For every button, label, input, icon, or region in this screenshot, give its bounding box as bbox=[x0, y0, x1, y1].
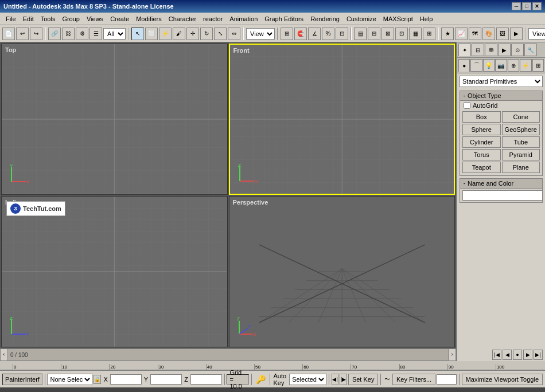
menu-group[interactable]: Group bbox=[59, 14, 83, 23]
percent-snap[interactable]: % bbox=[322, 28, 334, 40]
move-button[interactable]: ✛ bbox=[186, 28, 199, 40]
select-button[interactable]: ↖ bbox=[131, 28, 144, 40]
select-paint-button[interactable]: 🖌 bbox=[173, 28, 185, 40]
material-editor-btn[interactable]: 🎨 bbox=[482, 28, 495, 40]
cylinder-button[interactable]: Cylinder bbox=[462, 136, 501, 148]
pyramid-button[interactable]: Pyramid bbox=[502, 149, 540, 160]
plane-button[interactable]: Plane bbox=[502, 162, 540, 173]
autogrid-checkbox[interactable] bbox=[464, 102, 470, 109]
box-button[interactable]: Box bbox=[462, 111, 501, 123]
menu-create[interactable]: Create bbox=[107, 14, 133, 23]
panel-tab-display[interactable]: ⊙ bbox=[511, 44, 524, 56]
rotate-button[interactable]: ↻ bbox=[200, 28, 213, 40]
menu-character[interactable]: Character bbox=[165, 14, 200, 23]
viewport-perspective[interactable]: Perspective X Z Y bbox=[229, 196, 456, 347]
panel-subtab-spacewarps[interactable]: ⚡ bbox=[520, 59, 531, 72]
menu-customize[interactable]: Customize bbox=[343, 14, 380, 23]
named-sel-btn[interactable]: ★ bbox=[441, 28, 454, 40]
select-region-button[interactable]: ⬜ bbox=[145, 28, 158, 40]
menu-maxscript[interactable]: MAXScript bbox=[380, 14, 416, 23]
panel-tab-utilities[interactable]: 🔧 bbox=[524, 44, 537, 56]
panel-subtab-systems[interactable]: ⊞ bbox=[532, 59, 544, 72]
maximize-viewport-btn[interactable]: Maximize Viewport Toggle bbox=[462, 374, 543, 385]
link-button[interactable]: 🔗 bbox=[48, 28, 61, 40]
key-filters-button[interactable]: Key Filters... bbox=[392, 374, 435, 385]
torus-button[interactable]: Torus bbox=[462, 149, 501, 160]
time-input[interactable]: 0 bbox=[437, 374, 457, 385]
ribbon-btn4[interactable]: ▦ bbox=[409, 28, 422, 40]
prev-key-btn[interactable]: ◀| bbox=[332, 374, 339, 385]
menu-animation[interactable]: Animation bbox=[226, 14, 261, 23]
x-input[interactable] bbox=[110, 374, 142, 385]
schematic-view-btn[interactable]: 🗺 bbox=[469, 28, 481, 40]
menu-rendering[interactable]: Rendering bbox=[307, 14, 343, 23]
lock-button[interactable]: 🔒 bbox=[94, 375, 101, 384]
primitives-dropdown[interactable]: Standard Primitives bbox=[460, 76, 543, 87]
panel-subtab-geo[interactable]: ● bbox=[458, 59, 470, 72]
render-scene-btn[interactable]: 🖼 bbox=[496, 28, 509, 40]
quick-render-btn[interactable]: ▶ bbox=[510, 28, 523, 40]
layer-manager[interactable]: ▤ bbox=[354, 28, 367, 40]
geosphere-button[interactable]: GeoSphere bbox=[502, 124, 540, 135]
ribbon-btn5[interactable]: ⊞ bbox=[423, 28, 435, 40]
timeline-track[interactable]: 0 / 100 bbox=[8, 349, 448, 360]
unlink-button[interactable]: ⛓ bbox=[62, 28, 75, 40]
timeline-left-btn[interactable]: < bbox=[0, 348, 8, 361]
scale-button[interactable]: ⤡ bbox=[214, 28, 227, 40]
timeline-ctrl-btn4[interactable]: ▶ bbox=[523, 350, 532, 360]
viewport-left[interactable]: Left 3 TechTut.com Y Z bbox=[1, 196, 228, 347]
spinner-snap[interactable]: ⊡ bbox=[336, 28, 348, 40]
panel-subtab-helpers[interactable]: ⊕ bbox=[508, 59, 519, 72]
panel-subtab-shapes[interactable]: ⌒ bbox=[470, 59, 482, 72]
panel-tab-motion[interactable]: ▶ bbox=[498, 44, 511, 56]
new-button[interactable]: 📄 bbox=[2, 28, 15, 40]
y-input[interactable] bbox=[150, 374, 182, 385]
name-color-header[interactable]: - Name and Color bbox=[460, 179, 542, 189]
ribbon-btn2[interactable]: ⊠ bbox=[382, 28, 394, 40]
menu-reactor[interactable]: reactor bbox=[200, 14, 226, 23]
select-lasso-button[interactable]: ⚡ bbox=[159, 28, 172, 40]
timeline-ctrl-btn5[interactable]: ▶| bbox=[534, 350, 543, 360]
align-button[interactable]: ⊞ bbox=[281, 28, 293, 40]
menu-file[interactable]: File bbox=[2, 14, 20, 23]
z-input[interactable] bbox=[190, 374, 222, 385]
menu-views[interactable]: Views bbox=[83, 14, 107, 23]
object-name-input[interactable] bbox=[462, 190, 543, 201]
panel-tab-create[interactable]: ✦ bbox=[458, 44, 471, 56]
view-dropdown[interactable]: View bbox=[246, 28, 275, 40]
snap-toggle[interactable]: 🧲 bbox=[294, 28, 307, 40]
timeline-ctrl-btn1[interactable]: |◀ bbox=[492, 350, 501, 360]
panel-subtab-lights[interactable]: 💡 bbox=[483, 59, 495, 72]
panel-tab-modify[interactable]: ⊟ bbox=[472, 44, 484, 56]
redo-button[interactable]: ↪ bbox=[30, 28, 42, 40]
selected-dropdown[interactable]: Selected bbox=[289, 374, 326, 385]
menu-tools[interactable]: Tools bbox=[37, 14, 59, 23]
render-dropdown[interactable]: View bbox=[528, 28, 545, 40]
viewport-front[interactable]: Front X Z bbox=[229, 44, 456, 195]
panel-tab-hierarchy[interactable]: ⛃ bbox=[485, 44, 497, 56]
cone-button[interactable]: Cone bbox=[502, 111, 540, 123]
sphere-button[interactable]: Sphere bbox=[462, 124, 501, 135]
timeline-ctrl-btn2[interactable]: ◀ bbox=[503, 350, 512, 360]
menu-edit[interactable]: Edit bbox=[20, 14, 37, 23]
teapot-button[interactable]: Teapot bbox=[462, 162, 501, 173]
angle-snap[interactable]: ∡ bbox=[308, 28, 321, 40]
close-button[interactable]: ✕ bbox=[532, 2, 542, 10]
set-key-button[interactable]: Set Key bbox=[348, 374, 379, 385]
select-filter-button[interactable]: ☰ bbox=[89, 28, 102, 40]
bind-button[interactable]: ⚙ bbox=[76, 28, 88, 40]
object-type-header[interactable]: - Object Type bbox=[460, 91, 542, 101]
select-filter-dropdown[interactable]: All bbox=[103, 28, 126, 40]
select-filter-status[interactable]: None Selec bbox=[47, 374, 92, 385]
tube-button[interactable]: Tube bbox=[502, 136, 540, 148]
viewport-top[interactable]: Top X Y bbox=[1, 44, 228, 195]
minimize-button[interactable]: ─ bbox=[512, 2, 521, 10]
menu-modifiers[interactable]: Modifiers bbox=[133, 14, 165, 23]
panel-subtab-cameras[interactable]: 📷 bbox=[495, 59, 507, 72]
menu-help[interactable]: Help bbox=[416, 14, 437, 23]
timeline-right-btn[interactable]: > bbox=[448, 348, 456, 361]
menu-graph-editors[interactable]: Graph Editors bbox=[261, 14, 307, 23]
timeline-ctrl-btn3[interactable]: ● bbox=[513, 350, 522, 360]
next-key-btn[interactable]: |▶ bbox=[340, 374, 347, 385]
ribbon-btn3[interactable]: ⊡ bbox=[395, 28, 408, 40]
